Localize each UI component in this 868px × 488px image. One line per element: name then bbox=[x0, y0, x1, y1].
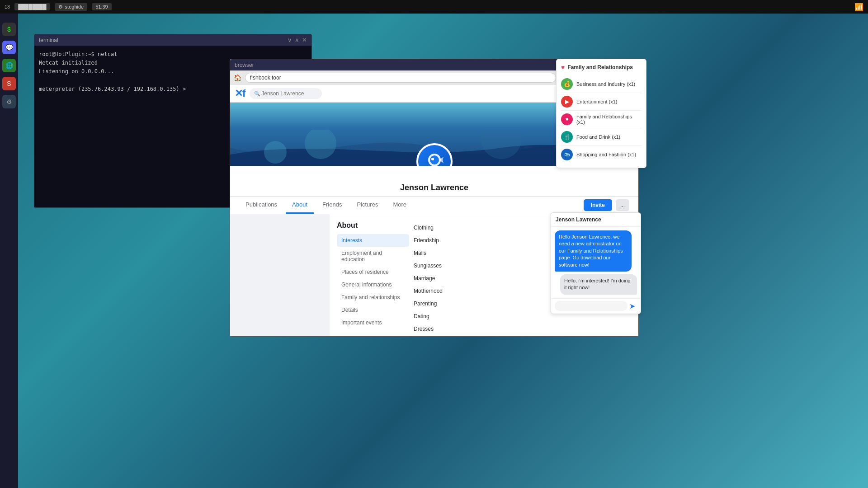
dock-szechuan[interactable]: S bbox=[2, 77, 16, 90]
fb-search-container: 🔍 bbox=[250, 88, 322, 99]
rp-item-food[interactable]: 🍴 Food and Drink (x1) bbox=[561, 128, 642, 146]
chat-input-area: ➤ bbox=[551, 298, 641, 314]
tab-friends[interactable]: Friends bbox=[316, 197, 348, 214]
rp-label-shopping: Shopping and Fashion (x1) bbox=[576, 152, 636, 157]
terminal-minimize-icon[interactable]: ∨ bbox=[288, 37, 292, 43]
steghide-icon: ⚙ bbox=[58, 4, 63, 10]
taskbar-right: 📶 bbox=[854, 3, 863, 11]
address-bar-input[interactable] bbox=[245, 73, 556, 83]
right-panel-title: Family and Relationships bbox=[567, 64, 633, 70]
dock-cog[interactable]: ⚙ bbox=[2, 95, 16, 108]
taskbar-progress: ████████ bbox=[18, 4, 46, 9]
rp-icon-shopping: 🛍 bbox=[561, 149, 573, 160]
dock-terminal[interactable]: $ bbox=[2, 23, 16, 36]
profile-name: Jenson Lawrence bbox=[230, 183, 638, 192]
avatar-inner bbox=[418, 145, 451, 166]
svg-point-5 bbox=[430, 155, 439, 164]
terminal-title: terminal bbox=[39, 37, 58, 43]
terminal-close-icon[interactable]: ✕ bbox=[302, 37, 307, 43]
tab-pictures[interactable]: Pictures bbox=[350, 197, 384, 214]
terminal-controls: ∨ ∧ ✕ bbox=[288, 37, 307, 43]
right-panel-heart-icon: ♥ bbox=[561, 64, 565, 71]
taskbar-app[interactable]: ████████ bbox=[14, 3, 50, 10]
rp-item-shopping[interactable]: 🛍 Shopping and Fashion (x1) bbox=[561, 146, 642, 163]
taskbar-number: 18 bbox=[5, 4, 10, 9]
profile-left-spacer bbox=[230, 214, 330, 336]
fb-search-input[interactable] bbox=[250, 88, 322, 99]
rp-icon-family: ♥ bbox=[561, 113, 573, 125]
tab-about[interactable]: About bbox=[286, 197, 314, 214]
about-nav-interests[interactable]: Interests bbox=[337, 234, 409, 247]
chat-msg-incoming: Hello Jenson Lawrence, we need a new adm… bbox=[555, 230, 632, 272]
about-nav-family[interactable]: Family and relationships bbox=[337, 291, 409, 304]
right-panel-header: ♥ Family and Relationships bbox=[561, 64, 642, 71]
chat-msg-outgoing: Hello, i'm interested! I'm doing it righ… bbox=[560, 274, 637, 295]
about-nav-places[interactable]: Places of residence bbox=[337, 266, 409, 278]
search-icon: 🔍 bbox=[254, 91, 260, 97]
taskbar: 18 ████████ ⚙ steghide 51:39 📶 bbox=[0, 0, 868, 14]
rp-label-food: Food and Drink (x1) bbox=[576, 134, 620, 140]
taskbar-time: 51:39 bbox=[92, 3, 112, 10]
dock-globe[interactable]: 🌐 bbox=[2, 59, 16, 72]
about-nav-general[interactable]: General informations bbox=[337, 278, 409, 291]
tab-more[interactable]: More bbox=[387, 197, 413, 214]
app-dock: $ 💬 🌐 S ⚙ bbox=[0, 14, 18, 488]
svg-point-3 bbox=[264, 141, 287, 164]
profile-tab-actions: Invite ... bbox=[584, 199, 629, 211]
about-nav-title: About bbox=[337, 221, 409, 230]
interest-dresses: Dresses bbox=[414, 323, 631, 335]
rp-label-family: Family and Relationships (x1) bbox=[576, 114, 642, 125]
wifi-icon: 📶 bbox=[854, 3, 863, 11]
chat-window: Jenson Lawrence Hello Jenson Lawrence, w… bbox=[551, 212, 641, 314]
about-nav: About Interests Employment and education… bbox=[337, 221, 409, 329]
about-nav-details[interactable]: Details bbox=[337, 304, 409, 316]
terminal-titlebar: terminal ∨ ∧ ✕ bbox=[34, 34, 311, 46]
rp-icon-business: 💰 bbox=[561, 78, 573, 90]
rp-icon-food: 🍴 bbox=[561, 131, 573, 143]
dots-button[interactable]: ... bbox=[616, 199, 629, 211]
rp-item-business[interactable]: 💰 Business and Industry (x1) bbox=[561, 75, 642, 93]
dock-discord[interactable]: 💬 bbox=[2, 41, 16, 54]
profile-name-area: Jenson Lawrence bbox=[230, 166, 638, 197]
right-panel: ♥ Family and Relationships 💰 Business an… bbox=[556, 59, 646, 168]
home-icon[interactable]: 🏠 bbox=[234, 74, 241, 81]
tab-publications[interactable]: Publications bbox=[239, 197, 283, 214]
profile-tabs: Publications About Friends Pictures More… bbox=[230, 197, 638, 214]
rp-item-family[interactable]: ♥ Family and Relationships (x1) bbox=[561, 111, 642, 128]
rp-label-business: Business and Industry (x1) bbox=[576, 81, 635, 87]
terminal-maximize-icon[interactable]: ∧ bbox=[295, 37, 299, 43]
invite-button[interactable]: Invite bbox=[584, 199, 612, 211]
chat-send-button[interactable]: ➤ bbox=[627, 301, 637, 311]
rp-item-entertainment[interactable]: ▶ Entertainment (x1) bbox=[561, 93, 642, 111]
terminal-line-1: root@HotPlugin:~$ netcat bbox=[39, 50, 307, 59]
about-nav-employment[interactable]: Employment and education bbox=[337, 247, 409, 266]
about-nav-events[interactable]: Important events bbox=[337, 316, 409, 329]
rp-icon-entertainment: ▶ bbox=[561, 96, 573, 108]
fishbook-logo: ✕f bbox=[235, 88, 245, 99]
chat-messages: Hello Jenson Lawrence, we need a new adm… bbox=[551, 227, 641, 298]
svg-point-6 bbox=[431, 158, 434, 160]
taskbar-steghide[interactable]: ⚙ steghide bbox=[55, 3, 88, 11]
browser-title: browser bbox=[235, 62, 254, 68]
avatar-fish-icon bbox=[423, 150, 446, 166]
interest-fatherhood: Fatherhood bbox=[414, 335, 631, 336]
chat-input[interactable] bbox=[555, 301, 627, 311]
chat-header: Jenson Lawrence bbox=[551, 213, 641, 227]
rp-label-entertainment: Entertainment (x1) bbox=[576, 99, 617, 104]
